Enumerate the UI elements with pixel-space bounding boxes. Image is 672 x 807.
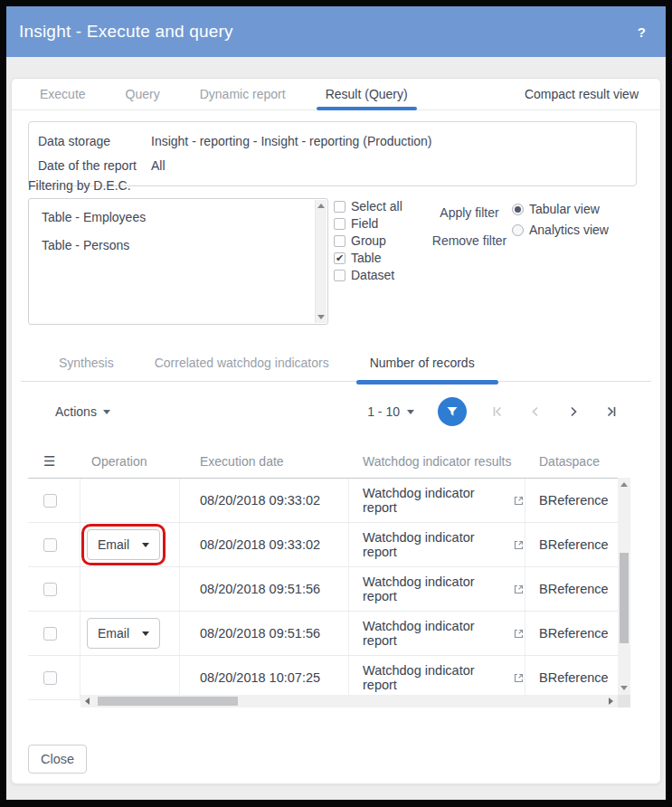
watchdog-cell: Watchdog indicator report (349, 612, 525, 655)
apply-filter-link[interactable]: Apply filter (440, 205, 498, 220)
radio-circle-icon (512, 204, 524, 215)
row-select-cell (28, 612, 80, 655)
radio-label: Tabular view (529, 202, 600, 216)
first-page-icon (490, 404, 505, 419)
checkbox-table[interactable]: ✔Table (334, 251, 402, 265)
filter-button[interactable] (438, 397, 467, 426)
row-select-cell (28, 656, 80, 699)
compact-result-view-link[interactable]: Compact result view (525, 87, 660, 101)
dataspace-cell: BReference (525, 612, 618, 655)
tab-synthesis[interactable]: Synthesis (50, 347, 123, 382)
scroll-down-icon[interactable] (317, 315, 325, 319)
execution-date-cell: 08/20/2018 10:07:25 (180, 656, 349, 699)
watchdog-report-link[interactable]: Watchdog indicator report (363, 619, 505, 648)
row-checkbox[interactable] (43, 583, 57, 596)
tab-execute[interactable]: Execute (31, 79, 95, 109)
scroll-right-icon[interactable] (609, 698, 613, 705)
checkbox-label: Dataset (351, 268, 394, 282)
tab-correlated-watchdog-indicators[interactable]: Correlated watchdog indicators (146, 347, 338, 382)
checkbox-label: Table (351, 251, 381, 265)
report-info-row: Date of the reportAll (38, 154, 627, 178)
row-checkbox[interactable] (43, 538, 57, 552)
operation-value: Email (98, 537, 129, 552)
remove-filter-link[interactable]: Remove filter (432, 233, 506, 248)
dialog-titlebar: Insight - Execute and query ? (6, 6, 666, 57)
watchdog-cell: Watchdog indicator report (349, 523, 525, 566)
result-tab-bar: SynthesisCorrelated watchdog indicatorsN… (21, 347, 651, 382)
report-info-row: Data storageInsight - reporting - Insigh… (38, 129, 627, 154)
dialog-card: ExecuteQueryDynamic reportResult (Query)… (11, 78, 661, 784)
table-row: Email08/20/2018 09:33:02Watchdog indicat… (28, 523, 630, 567)
main-tab-bar: ExecuteQueryDynamic reportResult (Query)… (12, 79, 660, 110)
radio-label: Analytics view (529, 223, 609, 237)
external-link-icon (513, 495, 525, 507)
tab-result-query[interactable]: Result (Query) (317, 79, 417, 109)
tab-dynamic-report[interactable]: Dynamic report (191, 79, 295, 109)
row-select-cell (28, 479, 80, 522)
operation-select[interactable]: Email (87, 529, 160, 560)
checkbox-box: ✔ (334, 252, 345, 264)
row-checkbox[interactable] (43, 494, 57, 508)
horizontal-scroll-thumb[interactable] (98, 697, 238, 706)
scroll-left-icon[interactable] (85, 698, 90, 705)
info-label: Data storage (38, 129, 151, 154)
dec-listbox[interactable]: Table - EmployeesTable - Persons (28, 198, 328, 325)
last-page-icon[interactable] (604, 404, 619, 419)
funnel-icon (446, 405, 459, 418)
vertical-scroll-thumb[interactable] (620, 553, 629, 643)
page-range-label: 1 - 10 (367, 404, 400, 419)
screenshot-frame: Insight - Execute and query ? ExecuteQue… (0, 0, 672, 807)
scroll-up-icon[interactable] (620, 482, 628, 487)
watchdog-report-link[interactable]: Watchdog indicator report (363, 574, 505, 603)
checkbox-label: Select all (351, 199, 402, 214)
dataspace-cell: BReference (525, 479, 618, 522)
page-range-dropdown[interactable]: 1 - 10 (367, 404, 414, 419)
checkbox-group[interactable]: Group (334, 233, 402, 248)
view-mode-radios: Tabular viewAnalytics view (512, 202, 609, 237)
help-icon[interactable]: ? (638, 24, 646, 40)
radio-analytics-view[interactable]: Analytics view (512, 223, 609, 237)
table-row: 08/20/2018 09:51:56Watchdog indicator re… (28, 567, 630, 612)
dec-list-item[interactable]: Table - Persons (42, 238, 315, 252)
radio-tabular-view[interactable]: Tabular view (512, 202, 609, 216)
dec-listbox-scrollbar[interactable] (315, 200, 327, 323)
filter-actions: Apply filter Remove filter (419, 205, 520, 248)
checkbox-label: Field (351, 216, 378, 231)
checkbox-label: Group (351, 233, 386, 248)
column-header-operation: Operation (80, 444, 180, 478)
info-label: Date of the report (38, 154, 151, 178)
hamburger-menu-icon[interactable]: ☰ (43, 453, 55, 470)
dialog-title: Insight - Execute and query (19, 22, 233, 42)
watchdog-report-link[interactable]: Watchdog indicator report (363, 486, 505, 515)
info-value: All (151, 154, 166, 178)
dec-type-checkboxes: Select allFieldGroup✔TableDataset (334, 199, 402, 282)
checkbox-dataset[interactable]: Dataset (334, 268, 402, 282)
table-horizontal-scrollbar[interactable] (80, 695, 618, 707)
watchdog-report-link[interactable]: Watchdog indicator report (363, 530, 505, 559)
table-vertical-scrollbar[interactable] (618, 478, 630, 695)
scroll-down-icon[interactable] (620, 686, 628, 690)
close-button[interactable]: Close (28, 745, 87, 774)
filtering-label: Filtering by D.E.C. (28, 178, 131, 193)
tab-number-of-records[interactable]: Number of records (361, 347, 484, 382)
watchdog-cell: Watchdog indicator report (349, 479, 525, 522)
row-select-cell (28, 523, 80, 566)
column-header-watchdog-indicator-results: Watchdog indicator results (349, 444, 525, 478)
scroll-up-icon[interactable] (317, 204, 325, 208)
dec-list-item[interactable]: Table - Employees (42, 210, 315, 224)
row-checkbox[interactable] (43, 671, 57, 685)
dataspace-cell: BReference (525, 567, 618, 611)
previous-page-icon (528, 404, 543, 419)
tab-query[interactable]: Query (117, 79, 169, 109)
operation-select[interactable]: Email (87, 618, 160, 649)
actions-dropdown[interactable]: Actions (55, 404, 110, 419)
operation-value: Email (98, 626, 129, 641)
dropdown-caret-icon (142, 631, 149, 636)
checkbox-select-all[interactable]: Select all (334, 199, 402, 214)
watchdog-report-link[interactable]: Watchdog indicator report (363, 663, 505, 692)
row-checkbox[interactable] (43, 627, 57, 641)
operation-cell: Email (80, 612, 180, 655)
checkbox-field[interactable]: Field (334, 216, 402, 231)
next-page-icon[interactable] (566, 404, 581, 419)
checkbox-box (334, 201, 345, 213)
